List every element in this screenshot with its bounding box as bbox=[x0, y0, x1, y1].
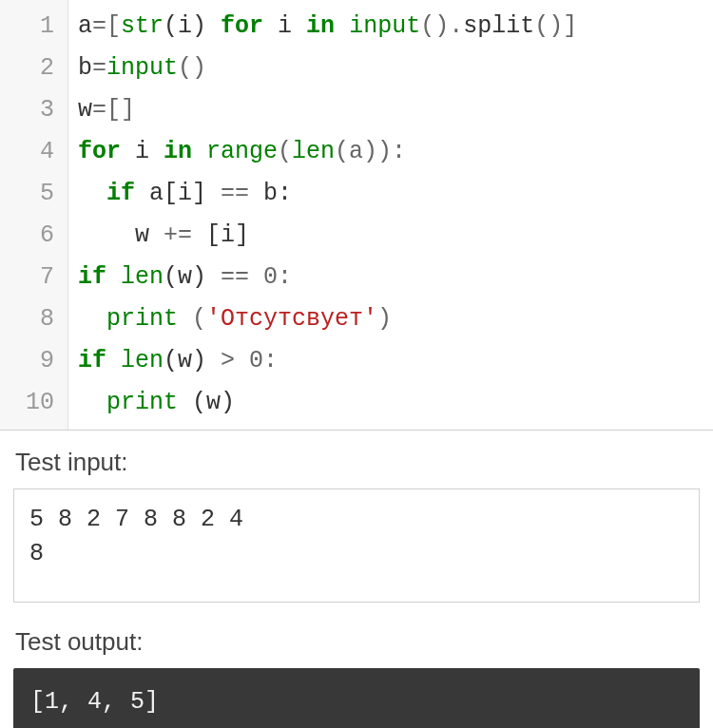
line-number-gutter: 12345678910 bbox=[0, 0, 68, 430]
code-line[interactable]: print (w) bbox=[78, 382, 703, 424]
test-output-box: [1, 4, 5] bbox=[13, 668, 700, 728]
line-number: 1 bbox=[0, 6, 67, 48]
code-editor[interactable]: 12345678910 a=[str(i) for i in input().s… bbox=[0, 0, 713, 431]
line-number: 3 bbox=[0, 89, 67, 131]
code-line[interactable]: for i in range(len(a)): bbox=[78, 131, 703, 173]
line-number: 10 bbox=[0, 382, 67, 424]
line-number: 7 bbox=[0, 257, 67, 298]
test-input-box[interactable]: 5 8 2 7 8 8 2 4 8 bbox=[13, 489, 700, 603]
code-line[interactable]: w=[] bbox=[78, 89, 703, 131]
code-line[interactable]: a=[str(i) for i in input().split()] bbox=[78, 6, 703, 48]
line-number: 2 bbox=[0, 48, 67, 89]
code-line[interactable]: if len(w) > 0: bbox=[78, 340, 703, 382]
line-number: 6 bbox=[0, 215, 67, 257]
line-number: 4 bbox=[0, 131, 67, 173]
test-output-label: Test output: bbox=[0, 610, 713, 668]
code-line[interactable]: if a[i] == b: bbox=[78, 173, 703, 215]
code-content[interactable]: a=[str(i) for i in input().split()]b=inp… bbox=[68, 0, 713, 430]
code-line[interactable]: if len(w) == 0: bbox=[78, 257, 703, 298]
code-line[interactable]: w += [i] bbox=[78, 215, 703, 257]
line-number: 8 bbox=[0, 298, 67, 340]
test-input-label: Test input: bbox=[0, 431, 713, 489]
line-number: 5 bbox=[0, 173, 67, 215]
code-line[interactable]: print ('Отсутсвует') bbox=[78, 298, 703, 340]
line-number: 9 bbox=[0, 340, 67, 382]
code-line[interactable]: b=input() bbox=[78, 48, 703, 89]
